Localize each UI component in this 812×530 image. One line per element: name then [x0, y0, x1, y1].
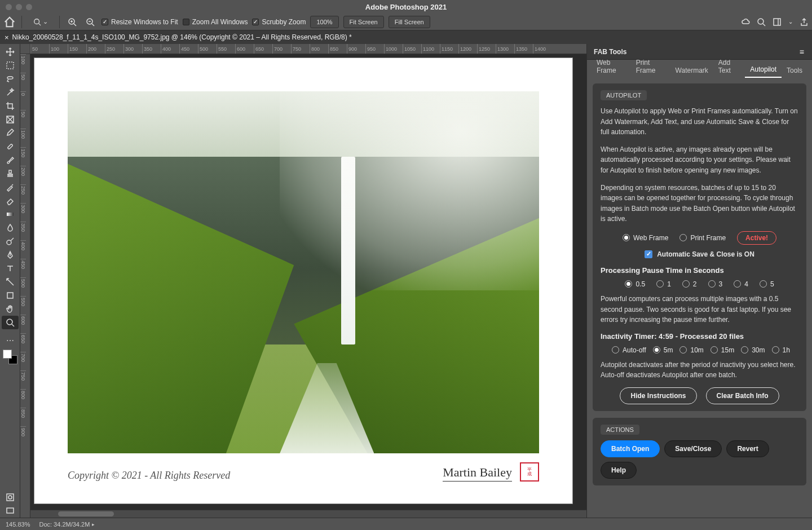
- inactivity-desc: Autopilot deactivates after the period o…: [601, 360, 798, 381]
- search-icon[interactable]: [757, 17, 766, 26]
- status-bar: 145.83% Doc: 34.2M/34.2M: [0, 518, 812, 530]
- hand-tool[interactable]: [2, 302, 19, 316]
- scrubby-zoom-checkbox[interactable]: Scrubby Zoom: [252, 18, 306, 26]
- screenmode-icon[interactable]: [2, 504, 19, 518]
- lasso-tool[interactable]: [2, 72, 19, 86]
- eyedropper-tool[interactable]: [2, 126, 19, 140]
- svg-rect-4: [774, 19, 780, 25]
- svg-point-3: [758, 19, 764, 24]
- edit-toolbar-icon[interactable]: ⋯: [2, 334, 19, 347]
- home-button[interactable]: [3, 16, 16, 28]
- autopilot-heading: AUTOPILOT: [601, 90, 647, 100]
- save-close-button[interactable]: Save/Close: [664, 440, 722, 457]
- autopilot-desc-3: Depending on system resources, batches o…: [601, 183, 798, 224]
- right-panel: FAB Tools ≡ Web Frame Print Frame Waterm…: [586, 44, 812, 518]
- zoom-all-checkbox[interactable]: Zoom All Windows: [183, 18, 248, 26]
- inactivity-radio-1h[interactable]: 1h: [772, 346, 790, 354]
- svg-rect-7: [7, 144, 13, 149]
- tab-add-text[interactable]: Add Text: [713, 55, 745, 78]
- titlebar: Adobe Photoshop 2021: [0, 0, 812, 14]
- inactivity-radio-5m[interactable]: 5m: [653, 346, 673, 354]
- resize-windows-checkbox[interactable]: Resize Windows to Fit: [102, 18, 178, 26]
- brush-tool[interactable]: [2, 153, 19, 167]
- svg-rect-14: [7, 508, 14, 513]
- status-zoom[interactable]: 145.83%: [6, 521, 30, 528]
- radio-print-frame[interactable]: Print Frame: [679, 234, 726, 242]
- revert-button[interactable]: Revert: [726, 440, 769, 457]
- pause-radio-3[interactable]: 3: [708, 280, 723, 288]
- tab-tools[interactable]: Tools: [782, 63, 807, 78]
- stamp-icon: 平成: [520, 462, 539, 482]
- workspace-icon[interactable]: [773, 17, 782, 26]
- svg-rect-5: [7, 62, 14, 69]
- path-tool[interactable]: [2, 275, 19, 289]
- auto-save-close-checkbox[interactable]: Automatic Save & Close is ON: [601, 250, 798, 258]
- marquee-tool[interactable]: [2, 59, 19, 72]
- batch-open-button[interactable]: Batch Open: [601, 440, 660, 457]
- crop-tool[interactable]: [2, 99, 19, 113]
- pause-radio-4[interactable]: 4: [734, 280, 748, 288]
- cloud-icon[interactable]: [741, 17, 750, 26]
- photo-preview: [68, 91, 539, 453]
- pause-radio-2[interactable]: 2: [682, 280, 697, 288]
- move-tool[interactable]: [2, 45, 19, 59]
- canvas-area[interactable]: 5010015020025030035040045050055060065070…: [20, 44, 586, 518]
- dodge-tool[interactable]: [2, 235, 19, 248]
- workspace-chevron-icon[interactable]: ⌄: [788, 19, 793, 25]
- status-doc-size[interactable]: Doc: 34.2M/34.2M: [39, 521, 95, 528]
- inactivity-radio-30m[interactable]: 30m: [741, 346, 765, 354]
- horizontal-scrollbar[interactable]: [30, 510, 586, 518]
- ruler-vertical[interactable]: 1005005010015020025030035040045050055060…: [20, 54, 30, 518]
- quickmask-icon[interactable]: [2, 491, 19, 504]
- history-brush-tool[interactable]: [2, 180, 19, 194]
- inactivity-radio-Auto-off[interactable]: Auto-off: [612, 346, 646, 354]
- frame-tool[interactable]: [2, 113, 19, 126]
- zoom-tool-indicator[interactable]: ⌄: [28, 16, 54, 28]
- shape-tool[interactable]: [2, 289, 19, 302]
- inactivity-radio-10m[interactable]: 10m: [679, 346, 703, 354]
- pause-radio-5[interactable]: 5: [760, 280, 774, 288]
- radio-web-frame[interactable]: Web Frame: [623, 234, 668, 242]
- zoom-tool[interactable]: [2, 316, 19, 329]
- eraser-tool[interactable]: [2, 194, 19, 207]
- panel-subtabs: Web Frame Print Frame Watermark Add Text…: [587, 60, 812, 78]
- signature: Martin Bailey: [443, 465, 512, 482]
- blur-tool[interactable]: [2, 221, 19, 235]
- document-tab[interactable]: × Nikko_20060528_f_11_1_4s_ISO100_MG_975…: [0, 30, 360, 44]
- pause-radio-0.5[interactable]: 0.5: [625, 280, 645, 288]
- zoom-out-button[interactable]: [83, 16, 97, 28]
- zoom-in-button[interactable]: [65, 16, 79, 28]
- gradient-tool[interactable]: [2, 207, 19, 221]
- clear-batch-button[interactable]: Clear Batch Info: [706, 387, 779, 404]
- fill-screen-button[interactable]: Fill Screen: [389, 16, 430, 28]
- type-tool[interactable]: [2, 262, 19, 275]
- heal-tool[interactable]: [2, 140, 19, 153]
- fit-screen-button[interactable]: Fit Screen: [343, 16, 384, 28]
- share-icon[interactable]: [800, 17, 809, 26]
- color-swatch[interactable]: [3, 350, 17, 364]
- stamp-tool[interactable]: [2, 167, 19, 180]
- pause-desc: Powerful computers can process multiple …: [601, 294, 798, 325]
- tab-watermark[interactable]: Watermark: [670, 63, 713, 78]
- ruler-horizontal[interactable]: 5010015020025030035040045050055060065070…: [30, 44, 586, 54]
- pause-radio-1[interactable]: 1: [656, 280, 671, 288]
- actions-section: ACTIONS Batch Open Save/Close Revert Hel…: [593, 418, 806, 485]
- tab-print-frame[interactable]: Print Frame: [631, 55, 670, 78]
- wand-tool[interactable]: [2, 86, 19, 99]
- pen-tool[interactable]: [2, 248, 19, 262]
- panel-title[interactable]: FAB Tools: [594, 48, 626, 56]
- tab-web-frame[interactable]: Web Frame: [592, 55, 631, 78]
- options-bar: ⌄ Resize Windows to Fit Zoom All Windows…: [0, 14, 812, 30]
- autopilot-desc-1: Use Autopilot to apply Web or Print Fram…: [601, 106, 798, 138]
- panel-menu-icon[interactable]: ≡: [800, 47, 805, 56]
- ruler-origin[interactable]: [20, 44, 30, 54]
- zoom-100-button[interactable]: 100%: [310, 16, 338, 28]
- help-button[interactable]: Help: [601, 462, 637, 479]
- inactivity-radio-15m[interactable]: 15m: [710, 346, 734, 354]
- artboard: Copyright © 2021 - All Rights Reserved M…: [34, 58, 573, 504]
- tab-autopilot[interactable]: Autopilot: [745, 62, 782, 78]
- active-badge[interactable]: Active!: [737, 231, 776, 245]
- autopilot-desc-2: When Autopilot is active, any images alr…: [601, 144, 798, 176]
- hide-instructions-button[interactable]: Hide Instructions: [620, 387, 696, 404]
- close-tab-icon[interactable]: ×: [5, 33, 9, 42]
